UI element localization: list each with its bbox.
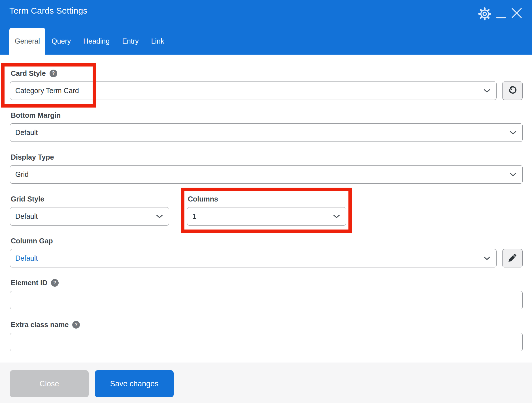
minimize-icon — [496, 15, 506, 20]
extra-class-name-field: Extra class name ? — [10, 321, 523, 351]
element-id-label-text: Element ID — [11, 279, 47, 287]
bottom-margin-label: Bottom Margin — [11, 111, 523, 119]
tab-query[interactable]: Query — [45, 28, 77, 55]
reset-icon — [507, 85, 518, 96]
dialog-header: Term Cards Settings — [0, 0, 532, 55]
settings-button[interactable] — [478, 7, 491, 21]
columns-label: Columns — [188, 195, 346, 203]
element-id-field: Element ID ? — [10, 279, 523, 309]
save-changes-button[interactable]: Save changes — [95, 370, 174, 397]
column-gap-select[interactable]: Default — [10, 249, 497, 267]
columns-value: 1 — [192, 212, 196, 220]
close-button[interactable] — [511, 7, 522, 20]
close-dialog-button[interactable]: Close — [10, 370, 89, 397]
display-type-label: Display Type — [11, 153, 523, 161]
grid-style-value: Default — [15, 212, 38, 220]
dialog-footer: Close Save changes — [0, 363, 532, 403]
extra-class-name-label: Extra class name ? — [11, 321, 523, 329]
grid-style-field: Grid Style Default — [10, 195, 169, 226]
tab-entry[interactable]: Entry — [116, 28, 145, 55]
grid-style-columns-row: Grid Style Default Columns 1 — [10, 195, 523, 226]
chevron-down-icon — [484, 256, 490, 260]
window-controls — [478, 7, 522, 21]
chevron-down-icon — [510, 131, 516, 135]
display-type-field: Display Type Grid — [10, 153, 523, 184]
tab-link[interactable]: Link — [145, 28, 171, 55]
display-type-select[interactable]: Grid — [10, 165, 523, 184]
bottom-margin-select[interactable]: Default — [10, 123, 523, 142]
chevron-down-icon — [333, 215, 340, 218]
columns-select[interactable]: 1 — [187, 207, 346, 226]
card-style-value: Category Term Card — [15, 87, 79, 95]
reset-button[interactable] — [502, 82, 523, 100]
edit-button[interactable] — [502, 249, 523, 267]
extra-class-name-input[interactable] — [10, 333, 523, 351]
dialog-body: Card Style ? Category Term Card — [0, 55, 532, 351]
gear-icon — [478, 7, 491, 21]
bottom-margin-value: Default — [15, 128, 38, 137]
card-style-field: Card Style ? Category Term Card — [10, 69, 523, 100]
bottom-margin-field: Bottom Margin Default — [10, 111, 523, 142]
display-type-value: Grid — [15, 170, 29, 179]
extra-class-name-label-text: Extra class name — [11, 321, 69, 329]
grid-style-select[interactable]: Default — [10, 207, 169, 226]
close-icon — [511, 7, 522, 20]
chevron-down-icon — [156, 215, 163, 218]
tab-general[interactable]: General — [9, 28, 45, 55]
minimize-button[interactable] — [496, 15, 506, 20]
help-icon[interactable]: ? — [51, 279, 59, 287]
card-style-label-text: Card Style — [11, 69, 46, 78]
help-icon[interactable]: ? — [50, 70, 57, 77]
card-style-label: Card Style ? — [11, 69, 523, 77]
bottom-margin-label-text: Bottom Margin — [11, 111, 61, 119]
column-gap-value: Default — [15, 254, 38, 262]
column-gap-field: Column Gap Default — [10, 237, 523, 267]
help-icon[interactable]: ? — [72, 321, 80, 329]
pencil-icon — [508, 253, 517, 263]
column-gap-label: Column Gap — [11, 237, 523, 245]
chevron-down-icon — [510, 173, 516, 177]
grid-style-label-text: Grid Style — [11, 195, 44, 203]
columns-field: Columns 1 — [187, 195, 346, 226]
element-id-label: Element ID ? — [11, 279, 523, 287]
chevron-down-icon — [484, 89, 490, 93]
card-style-select[interactable]: Category Term Card — [10, 82, 497, 100]
columns-label-text: Columns — [188, 195, 218, 203]
dialog-title: Term Cards Settings — [9, 6, 88, 16]
display-type-label-text: Display Type — [11, 153, 54, 161]
tab-bar: General Query Heading Entry Link — [9, 28, 170, 55]
tab-heading[interactable]: Heading — [77, 28, 116, 55]
column-gap-label-text: Column Gap — [11, 237, 53, 245]
element-id-input[interactable] — [10, 291, 523, 309]
grid-style-label: Grid Style — [11, 195, 169, 203]
